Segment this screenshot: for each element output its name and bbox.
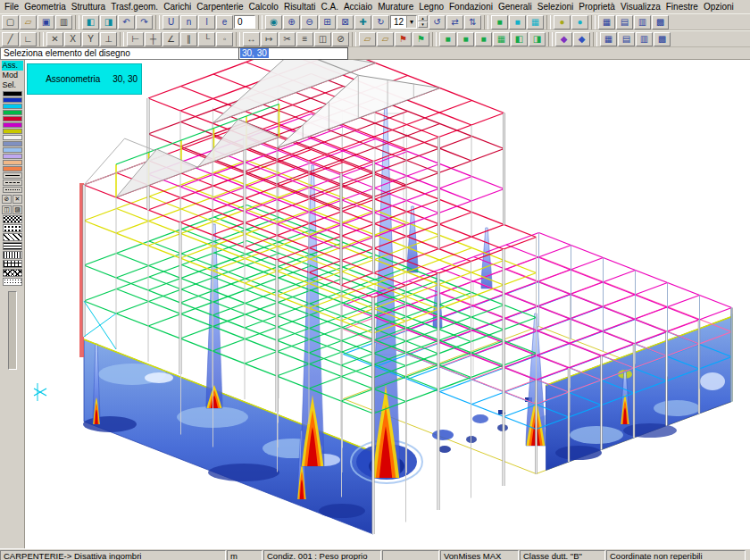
null-symbol-button[interactable]: ⊘ xyxy=(2,195,12,204)
erase-button[interactable]: ⊘ xyxy=(332,32,349,46)
snap-perp-button[interactable]: ⊥ xyxy=(100,32,117,46)
axis-y-button[interactable]: Y xyxy=(82,32,99,46)
trim-button[interactable]: ✂ xyxy=(279,32,296,46)
hatch-pattern-diag[interactable] xyxy=(3,233,22,241)
style-u-button[interactable]: U xyxy=(162,15,179,29)
color-swatch-4[interactable] xyxy=(3,116,22,121)
menu-calcolo[interactable]: Calcolo xyxy=(246,1,281,13)
menu-finestre[interactable]: Finestre xyxy=(663,1,701,13)
grid-all-button[interactable]: ▩ xyxy=(652,15,669,29)
color-swatch-11[interactable] xyxy=(3,160,22,165)
color-swatch-10[interactable] xyxy=(3,154,22,159)
view-solid-button[interactable]: ◧ xyxy=(82,15,99,29)
offset-button[interactable]: ≡ xyxy=(296,32,313,46)
hatch-pattern-dots[interactable] xyxy=(3,224,22,232)
solid-cube-3-button[interactable]: ■ xyxy=(475,32,492,46)
view-flip-button[interactable]: ⇄ xyxy=(446,15,463,29)
visibility-button[interactable]: ◉ xyxy=(265,15,282,29)
menu-propriet[interactable]: Proprietà xyxy=(576,1,618,13)
mode-assonometria[interactable]: Ass. xyxy=(2,61,23,71)
save-file-button[interactable]: ▣ xyxy=(38,15,54,29)
menu-carpenterie[interactable]: Carpenterie xyxy=(194,1,246,13)
axes-origin-button[interactable]: └ xyxy=(198,32,215,46)
open-drawing-button[interactable]: ▱ xyxy=(359,32,376,46)
pan-button[interactable]: ✚ xyxy=(354,15,371,29)
grid-elev-button[interactable]: ▤ xyxy=(616,15,633,29)
grid-side-button[interactable]: ▥ xyxy=(634,15,651,29)
flag-check-button[interactable]: ⚑ xyxy=(412,32,429,46)
menu-fondazioni[interactable]: Fondazioni xyxy=(446,1,496,13)
half-cube-left-button[interactable]: ◧ xyxy=(511,32,528,46)
save-drawing-button[interactable]: ▱ xyxy=(377,32,394,46)
menu-geometria[interactable]: Geometria xyxy=(21,1,69,13)
zoom-out-button[interactable]: ⊖ xyxy=(301,15,318,29)
color-swatch-1[interactable] xyxy=(3,97,22,103)
hatch-symbol-button[interactable]: ▨ xyxy=(12,205,22,214)
style-l-button[interactable]: l xyxy=(198,15,215,29)
style-e-button[interactable]: e xyxy=(216,15,233,29)
redraw-button[interactable]: ↻ xyxy=(372,15,389,29)
render-sphere-button[interactable]: ● xyxy=(554,15,571,29)
menu-opzioni[interactable]: Opzioni xyxy=(701,1,737,13)
properties-tool-button[interactable]: ◆ xyxy=(555,32,572,46)
redo-button[interactable]: ↷ xyxy=(136,15,153,29)
coordinate-input[interactable]: 30, 30 xyxy=(238,47,348,60)
menu-acciaio[interactable]: Acciaio xyxy=(341,1,375,13)
new-file-button[interactable]: ▢ xyxy=(2,15,19,29)
fill-symbol-button[interactable]: ◫ xyxy=(2,205,12,214)
menu-selezioni[interactable]: Selezioni xyxy=(535,1,577,13)
draw-line-button[interactable]: ╱ xyxy=(2,32,19,46)
extend-button[interactable]: ↦ xyxy=(261,32,278,46)
menu-generali[interactable]: Generali xyxy=(496,1,535,13)
node-snap-button[interactable]: ◦ xyxy=(216,32,233,46)
hatch-pattern-dense[interactable] xyxy=(3,278,22,286)
table-grid-button[interactable]: ▥ xyxy=(636,32,653,46)
color-swatch-3[interactable] xyxy=(3,110,22,115)
cross-symbol-button[interactable]: ✕ xyxy=(12,195,22,204)
material-sphere-button[interactable]: ● xyxy=(571,15,588,29)
dropdown-arrow-icon[interactable]: ▾ xyxy=(406,16,416,28)
color-swatch-6[interactable] xyxy=(3,129,22,134)
line-style-dot[interactable] xyxy=(3,187,22,193)
menu-trasfgeom[interactable]: Trasf.geom. xyxy=(108,1,161,13)
value-field[interactable]: 0 xyxy=(234,15,255,29)
align-left-button[interactable]: ⊢ xyxy=(127,32,144,46)
spinner-arrow-icon[interactable]: ▴ xyxy=(418,15,428,21)
table-sum-button[interactable]: ▤ xyxy=(618,32,635,46)
mesh-cube-button[interactable]: ▦ xyxy=(493,32,510,46)
menu-file[interactable]: File xyxy=(2,1,21,13)
ortho-mode-button[interactable]: ┼ xyxy=(145,32,162,46)
half-cube-right-button[interactable]: ◨ xyxy=(529,32,546,46)
mirror-button[interactable]: ◫ xyxy=(314,32,331,46)
color-swatch-0[interactable] xyxy=(3,91,22,96)
shaded-box-button[interactable]: ■ xyxy=(509,15,526,29)
menu-ca[interactable]: C.A. xyxy=(318,1,340,13)
color-swatch-8[interactable] xyxy=(3,141,22,146)
delete-element-button[interactable]: ✕ xyxy=(46,32,63,46)
menu-visualizza[interactable]: Visualizza xyxy=(618,1,663,13)
rotate-view-button[interactable]: ↺ xyxy=(429,15,446,29)
zoom-window-button[interactable]: ⊞ xyxy=(319,15,336,29)
hatch-pattern-checker[interactable] xyxy=(3,215,22,223)
color-swatch-5[interactable] xyxy=(3,122,22,128)
table-report-button[interactable]: ▦ xyxy=(600,32,617,46)
view-tilt-button[interactable]: ⇅ xyxy=(464,15,481,29)
axis-x-button[interactable]: X xyxy=(64,32,81,46)
measure-button[interactable]: ↔ xyxy=(243,32,260,46)
color-swatch-12[interactable] xyxy=(3,166,22,171)
model-viewport[interactable] xyxy=(25,60,750,548)
open-file-button[interactable]: ▱ xyxy=(20,15,37,29)
solid-box-button[interactable]: ■ xyxy=(491,15,508,29)
mode-modifica[interactable]: Mod xyxy=(2,71,23,80)
parallel-tool-button[interactable]: ∥ xyxy=(180,32,197,46)
menu-murature[interactable]: Murature xyxy=(375,1,416,13)
hatch-pattern-grid[interactable] xyxy=(3,260,22,268)
print-button[interactable]: ▥ xyxy=(55,15,72,29)
draw-polyline-button[interactable]: ∟ xyxy=(20,32,37,46)
solid-cube-2-button[interactable]: ■ xyxy=(457,32,474,46)
hatch-pattern-horiz[interactable] xyxy=(3,242,22,250)
mesh-box-button[interactable]: ▦ xyxy=(527,15,544,29)
flag-marker-button[interactable]: ⚑ xyxy=(395,32,412,46)
color-swatch-2[interactable] xyxy=(3,104,22,109)
menu-struttura[interactable]: Struttura xyxy=(69,1,108,13)
